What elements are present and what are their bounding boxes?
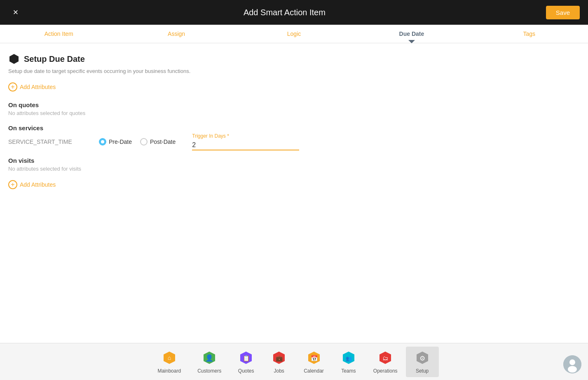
nav-label-operations: Operations [373,368,398,374]
radio-post-date[interactable]: Post-Date [140,138,176,145]
radio-group-date-type: Pre-Date Post-Date [99,138,176,145]
quotes-icon: 📋 [238,350,254,366]
nav-label-customers: Customers [197,368,221,374]
svg-text:👤: 👤 [205,354,213,362]
trigger-days-input[interactable] [192,141,299,150]
tab-tags[interactable]: Tags [471,25,588,43]
trigger-group: Trigger In Days * [192,133,299,150]
svg-text:📋: 📋 [243,355,250,362]
nav-item-customers[interactable]: 👤 Customers [189,347,230,377]
svg-text:⚙: ⚙ [419,355,425,362]
add-icon-top: + [8,82,17,91]
radio-pre-date[interactable]: Pre-Date [99,138,132,145]
tabs-bar: Action Item Assign Logic Due Date Tags [0,25,588,43]
close-button[interactable]: × [8,5,23,20]
bottom-nav: ⌂ Mainboard 👤 Customers 📋 Quotes 💼 [0,343,588,380]
group-visits-empty: No attributes selected for visits [8,166,580,172]
group-quotes-label: On quotes [8,101,580,108]
add-icon-visits: + [8,180,17,189]
operations-icon: 🗂 [377,350,394,366]
radio-circle-post-date [140,138,148,145]
svg-point-18 [569,359,575,365]
nav-items: ⌂ Mainboard 👤 Customers 📋 Quotes 💼 [149,347,438,377]
add-attributes-button-visits[interactable]: + Add Attributes [8,180,56,189]
mainboard-icon: ⌂ [161,350,178,366]
svg-text:👥: 👥 [345,355,351,361]
svg-text:💼: 💼 [276,355,283,362]
setup-icon: ⚙ [414,350,431,366]
nav-label-setup: Setup [416,368,429,374]
group-visits-label: On visits [8,157,580,164]
tab-logic[interactable]: Logic [235,25,353,43]
calendar-icon: 📅 [306,350,322,366]
radio-post-date-label: Post-Date [150,138,176,145]
add-attributes-button-top[interactable]: + Add Attributes [8,82,56,91]
nav-item-calendar[interactable]: 📅 Calendar [295,347,332,377]
nav-label-teams: Teams [341,368,356,374]
section-header: Setup Due Date [8,53,580,65]
nav-label-quotes: Quotes [238,368,254,374]
group-visits: On visits No attributes selected for vis… [8,157,580,189]
group-services: On services SERVICE_START_TIME Pre-Date … [8,124,580,150]
nav-label-mainboard: Mainboard [157,368,181,374]
svg-text:🗂: 🗂 [382,355,388,361]
nav-item-quotes[interactable]: 📋 Quotes [230,347,262,377]
nav-item-setup[interactable]: ⚙ Setup [406,347,439,377]
group-quotes-empty: No attributes selected for quotes [8,110,580,116]
nav-item-teams[interactable]: 👥 Teams [332,347,365,377]
main-content: Setup Due Date Setup due date to target … [0,43,588,343]
header: × Add Smart Action Item Save [0,0,588,25]
attribute-row-service-start-time: SERVICE_START_TIME Pre-Date Post-Date Tr… [8,133,580,150]
avatar [563,355,581,373]
section-subtitle: Setup due date to target specific events… [8,68,580,74]
radio-circle-pre-date [99,138,106,145]
radio-pre-date-label: Pre-Date [109,138,132,145]
nav-label-calendar: Calendar [304,368,324,374]
nav-item-mainboard[interactable]: ⌂ Mainboard [149,347,189,377]
page-title: Add Smart Action Item [23,8,546,17]
add-attributes-label-top: Add Attributes [20,84,56,90]
section-title: Setup Due Date [24,54,85,64]
svg-point-19 [568,366,577,373]
tab-action-item[interactable]: Action Item [0,25,117,43]
add-attributes-label-visits: Add Attributes [20,181,56,188]
nav-label-jobs: Jobs [274,368,284,374]
svg-marker-0 [9,54,19,64]
trigger-label: Trigger In Days * [192,133,299,139]
nav-item-operations[interactable]: 🗂 Operations [365,347,406,377]
avatar-image [563,355,581,373]
group-quotes: On quotes No attributes selected for quo… [8,101,580,116]
hex-icon [8,53,20,65]
jobs-icon: 💼 [271,350,287,366]
tab-assign[interactable]: Assign [117,25,235,43]
customers-icon: 👤 [201,350,218,366]
nav-item-jobs[interactable]: 💼 Jobs [262,347,295,377]
svg-text:⌂: ⌂ [168,354,171,361]
attribute-name: SERVICE_START_TIME [8,138,82,145]
svg-text:📅: 📅 [310,355,318,362]
tab-due-date[interactable]: Due Date [353,25,470,43]
save-button[interactable]: Save [546,6,580,19]
group-services-label: On services [8,124,580,131]
teams-icon: 👥 [340,350,357,366]
